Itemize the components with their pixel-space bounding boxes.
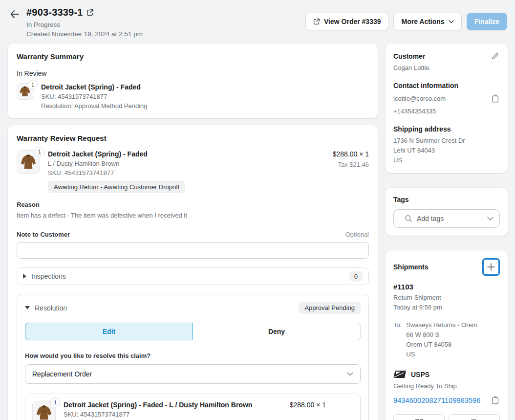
ship-to-block: To: Swaseys Returns - Orem 66 W 800 S Or…	[393, 320, 500, 359]
external-link-icon[interactable]	[86, 9, 94, 16]
finalize-button[interactable]: Finalize	[467, 13, 507, 30]
inspections-accordion[interactable]: Inspections 0	[17, 267, 369, 285]
product-sku: SKU: 45431573741877	[41, 93, 148, 100]
shipments-card: Shipments #1103 Return Shipment Today at…	[386, 250, 508, 420]
note-to-customer-input[interactable]	[17, 242, 369, 259]
usps-logo-icon	[393, 370, 407, 378]
page-title: #903-3339-1	[26, 7, 83, 18]
product-resolution: Resolution: Approval Method Pending	[41, 102, 148, 110]
ship-to-line: 66 W 800 S	[406, 330, 477, 340]
product-name: Detroit Jacket (Spring) - Faded - L / Du…	[64, 401, 252, 409]
shipping-address-line: 1736 N Summer Crest Dr	[393, 136, 500, 146]
chevron-down-icon	[487, 217, 494, 221]
page-header: #903-3339-1 In Progress Created November…	[0, 0, 515, 43]
chevron-down-icon	[449, 20, 454, 23]
review-request-title: Warranty Review Request	[17, 134, 369, 142]
summary-item-row: 1 Detroit Jacket (Spring) - Faded SKU: 4…	[17, 83, 369, 110]
replacement-item-card: 1 Detroit Jacket (Spring) - Faded - L / …	[25, 394, 361, 420]
tags-card: Tags Add tags	[386, 188, 508, 236]
tab-edit[interactable]: Edit	[25, 323, 193, 340]
add-shipment-button[interactable]	[482, 258, 500, 276]
summary-stage: In Review	[17, 69, 369, 77]
customer-card: Customer Cogan Lottle Contact informatio…	[386, 44, 508, 173]
replacement-item-row: 1 Detroit Jacket (Spring) - Faded - L / …	[32, 401, 353, 420]
return-status-badge: Awaiting Return - Awaiting Customer Drop…	[48, 181, 185, 193]
shipment-id: #1103	[393, 283, 500, 291]
tracking-number-link[interactable]: 9434600208271109983596	[393, 397, 481, 404]
qr-code-button[interactable]	[393, 414, 445, 420]
quantity-badge: 1	[50, 398, 60, 407]
item-price: $288.00 × 1	[333, 150, 369, 158]
tags-placeholder: Add tags	[417, 215, 444, 222]
arrow-left-icon	[10, 10, 20, 19]
carrier-name: USPS	[411, 371, 429, 378]
note-optional-hint: Optional	[345, 231, 369, 238]
review-item-row: 1 Detroit Jacket (Spring) - Faded L / Du…	[17, 150, 369, 193]
external-link-icon	[313, 18, 320, 25]
back-button[interactable]	[8, 8, 21, 21]
item-tax: Tax $21.46	[333, 161, 369, 168]
claim-created-date: Created November 19, 2024 at 2:51 pm	[26, 30, 143, 38]
ship-to-line: Orem UT 84058	[406, 340, 477, 350]
warranty-review-request-card: Warranty Review Request 1 Detroit Jacket…	[8, 125, 378, 420]
quantity-badge: 1	[28, 80, 38, 89]
note-to-customer-label: Note to Customer	[17, 231, 70, 238]
product-name: Detroit Jacket (Spring) - Faded	[41, 83, 148, 91]
clipboard-icon	[492, 396, 499, 404]
resolution-tabs: Edit Deny	[25, 323, 361, 340]
view-order-button[interactable]: View Order #3339	[305, 13, 388, 30]
resolution-method-value: Replacement Order	[32, 370, 92, 378]
product-name: Detroit Jacket (Spring) - Faded	[48, 150, 185, 158]
search-icon	[405, 215, 412, 222]
resolution-section: Resolution Approval Pending Edit Deny Ho…	[17, 294, 369, 420]
download-label-button[interactable]	[449, 414, 500, 420]
product-sku: SKU: 45431573741877	[48, 169, 185, 177]
finalize-label: Finalize	[474, 18, 499, 25]
edit-customer-button[interactable]	[490, 51, 500, 61]
ship-to-line: US	[406, 350, 477, 359]
quantity-badge: 1	[35, 147, 44, 156]
warranty-summary-card: Warranty Summary In Review 1 Detroit Jac…	[8, 44, 378, 118]
claim-status: In Progress	[26, 21, 143, 28]
plus-icon	[487, 263, 495, 271]
contact-information-title: Contact information	[393, 82, 500, 89]
customer-phone: +14354354335	[393, 107, 500, 116]
customer-title: Customer	[393, 52, 425, 60]
caret-right-icon	[23, 274, 26, 279]
more-actions-button[interactable]: More Actions	[393, 13, 461, 30]
resolution-label: Resolution	[35, 304, 67, 312]
view-order-label: View Order #3339	[324, 18, 381, 25]
ship-to-line: Swaseys Returns - Orem	[406, 320, 477, 330]
shipping-address-line: Lehi UT 84043	[393, 146, 500, 155]
resolve-question-label: How would you like to resolve this claim…	[25, 352, 361, 359]
more-actions-label: More Actions	[401, 18, 444, 25]
chevron-down-icon	[347, 372, 353, 376]
warranty-summary-title: Warranty Summary	[17, 52, 369, 61]
reason-text: Item has a defect - The item was defecti…	[17, 212, 369, 219]
approval-pending-badge: Approval Pending	[299, 302, 361, 314]
resolution-method-select[interactable]: Replacement Order	[25, 364, 361, 384]
item-price: $288.00 × 1	[290, 401, 326, 420]
shipments-title: Shipments	[393, 263, 429, 271]
resolution-accordion[interactable]: Resolution Approval Pending	[25, 302, 361, 314]
copy-email-button[interactable]	[491, 93, 500, 104]
shipment-time: Today at 9:59 pm	[393, 303, 500, 312]
shipment-type: Return Shipment	[393, 293, 500, 303]
tab-deny[interactable]: Deny	[193, 323, 361, 340]
reason-label: Reason	[17, 201, 369, 208]
shipment-status: Getting Ready To Ship	[393, 381, 500, 391]
customer-name: Cogan Lottle	[393, 63, 500, 73]
product-sku: SKU: 45431573741877	[64, 411, 252, 418]
pencil-icon	[491, 52, 499, 60]
to-label: To:	[393, 320, 402, 359]
add-tags-input[interactable]: Add tags	[393, 209, 500, 228]
tags-title: Tags	[393, 196, 500, 203]
shipping-address-title: Shipping address	[393, 125, 500, 133]
inspections-label: Inspections	[31, 272, 66, 280]
caret-down-icon	[25, 306, 30, 309]
clipboard-icon	[492, 94, 499, 103]
product-variant: L / Dusty Hamilton Brown	[48, 160, 185, 167]
copy-tracking-button[interactable]	[491, 395, 500, 405]
customer-email: lcottle@corso.com	[393, 94, 446, 104]
inspections-count-badge: 0	[349, 271, 363, 282]
